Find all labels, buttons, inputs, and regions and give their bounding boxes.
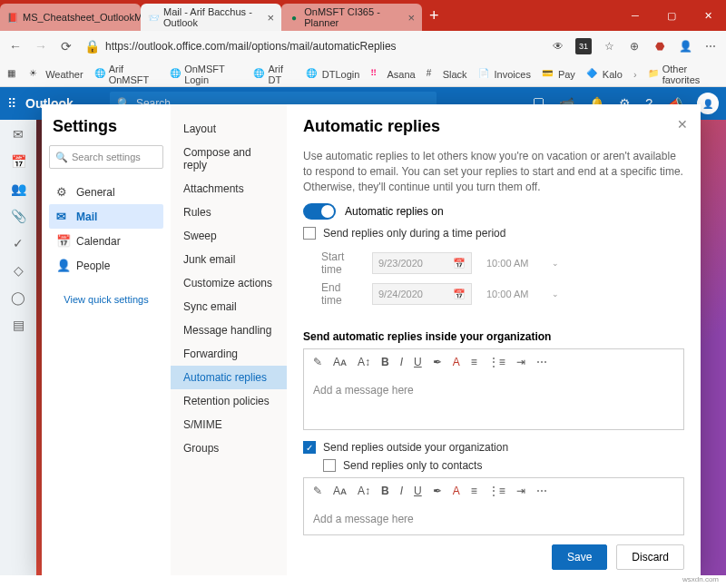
back-icon[interactable]: ← [7,39,24,54]
browser-tab[interactable]: ● OnMSFT CI365 - Planner × [281,4,422,31]
underline-button[interactable]: U [414,485,422,497]
close-icon[interactable]: × [407,11,415,24]
maximize-button[interactable]: ▢ [653,10,690,22]
sub-sync[interactable]: Sync email [171,295,287,318]
bookmark-item[interactable]: ⠿Asana [370,68,415,81]
app-icon[interactable]: ◯ [11,290,25,305]
sub-attachments[interactable]: Attachments [171,177,287,201]
sub-groups[interactable]: Groups [171,436,287,460]
app-icon[interactable]: ◇ [14,263,24,278]
menu-icon[interactable]: ⋯ [702,38,719,54]
bullet-list-icon[interactable]: ≡ [471,356,477,368]
save-button[interactable]: Save [552,544,607,570]
mail-icon[interactable]: ✉ [13,127,24,142]
nav-general[interactable]: ⚙General [49,180,163,204]
nav-mail[interactable]: ✉Mail [49,204,163,229]
sub-rules[interactable]: Rules [171,201,287,224]
extension-icon[interactable]: ⬣ [652,38,668,54]
bookmark-item[interactable]: 🌐Arif OnMSFT [94,64,159,85]
close-icon[interactable]: × [267,11,274,24]
discard-button[interactable]: Discard [616,544,684,570]
forward-icon[interactable]: → [33,39,49,54]
collections-icon[interactable]: ⊕ [626,38,643,54]
font-color-icon[interactable]: A [453,356,460,368]
bookmark-item[interactable]: 📄Invoices [478,68,531,81]
end-time-input[interactable]: 10:00 AM⌄ [486,289,559,299]
bookmark-item[interactable]: 💳Pay [542,68,575,81]
more-icon[interactable]: ⋯ [536,356,547,368]
font-icon[interactable]: ✎ [313,485,322,497]
start-time-input[interactable]: 10:00 AM⌄ [486,258,559,269]
underline-button[interactable]: U [414,356,422,368]
bold-button[interactable]: B [381,485,389,497]
bookmark-item[interactable]: 🔷Kalo [586,68,623,81]
app-launcher-icon[interactable]: ⠿ [7,96,16,111]
close-button[interactable]: ✕ [690,10,726,22]
bookmark-item[interactable]: ☀Weather [29,68,83,81]
bookmark-item[interactable]: 🌐OnMSFT Login [170,64,242,85]
quick-settings-link[interactable]: View quick settings [49,294,163,305]
inside-org-textarea[interactable]: Add a message here [304,375,683,429]
new-tab-button[interactable]: + [429,6,439,25]
italic-button[interactable]: I [400,356,403,368]
close-dialog-button[interactable]: ✕ [677,117,688,132]
sub-forwarding[interactable]: Forwarding [171,342,287,366]
browser-tab[interactable]: 📕 MS_Cheatsheet_OutlookMailOn… × [0,4,141,31]
end-date-input[interactable]: 9/24/2020📅 [372,283,472,305]
address-field[interactable]: 🔒 https://outlook.office.com/mail/option… [83,39,541,54]
font-size-icon[interactable]: Aᴀ [333,485,347,497]
italic-button[interactable]: I [400,485,403,497]
sub-sweep[interactable]: Sweep [171,224,287,248]
indent-icon[interactable]: ⇥ [516,356,525,368]
sub-compose[interactable]: Compose and reply [171,141,287,177]
bookmark-item[interactable]: 🌐DTLogin [306,68,360,81]
browser-tab-active[interactable]: 📨 Mail - Arif Bacchus - Outlook × [141,4,281,31]
time-period-checkbox[interactable] [303,227,316,240]
sub-junk[interactable]: Junk email [171,248,287,271]
apps-icon[interactable]: ▦ [7,68,18,81]
sub-automatic-replies[interactable]: Automatic replies [171,366,287,389]
outside-org-checkbox[interactable]: ✓ [303,441,316,454]
number-list-icon[interactable]: ⋮≡ [488,485,505,497]
font-increase-icon[interactable]: A↕ [358,485,370,497]
app-icon[interactable]: ▤ [13,318,25,332]
other-favorites[interactable]: 📁Other favorites [648,64,719,85]
nav-calendar[interactable]: 📅Calendar [49,229,163,253]
calendar-icon[interactable]: 📅 [11,154,26,169]
auto-replies-toggle[interactable] [303,203,336,220]
font-size-icon[interactable]: Aᴀ [333,356,347,368]
avatar-icon[interactable]: 👤 [677,38,693,54]
people-icon[interactable]: 👥 [11,181,26,196]
bookmark-item[interactable]: 🌐Arif DT [253,64,294,85]
highlight-icon[interactable]: ✒ [433,485,442,497]
outside-org-textarea[interactable]: Add a message here [304,504,683,534]
indent-icon[interactable]: ⇥ [516,485,525,497]
editor-toolbar: ✎ Aᴀ A↕ B I U ✒ A ≡ ⋮≡ ⇥ ⋯ [304,349,683,375]
calendar-ext-icon[interactable]: 31 [575,38,592,54]
font-icon[interactable]: ✎ [313,356,322,368]
number-list-icon[interactable]: ⋮≡ [488,356,505,368]
bullet-list-icon[interactable]: ≡ [471,485,477,497]
files-icon[interactable]: 📎 [11,209,26,223]
start-date-input[interactable]: 9/23/2020📅 [372,252,472,274]
outside-org-editor: ✎ Aᴀ A↕ B I U ✒ A ≡ ⋮≡ ⇥ ⋯ Add a message… [303,477,684,535]
sub-customize[interactable]: Customize actions [171,271,287,295]
nav-people[interactable]: 👤People [49,253,163,278]
todo-icon[interactable]: ✓ [13,236,24,250]
font-color-icon[interactable]: A [453,485,460,497]
contacts-only-checkbox[interactable] [323,459,336,472]
minimize-button[interactable]: ─ [617,10,653,22]
search-settings-input[interactable]: 🔍 Search settings [49,145,163,169]
sub-layout[interactable]: Layout [171,117,287,141]
font-increase-icon[interactable]: A↕ [358,356,370,368]
sub-smime[interactable]: S/MIME [171,413,287,436]
favorite-icon[interactable]: ☆ [601,38,617,54]
highlight-icon[interactable]: ✒ [433,356,442,368]
refresh-icon[interactable]: ⟳ [58,39,74,54]
more-icon[interactable]: ⋯ [536,485,547,497]
sub-handling[interactable]: Message handling [171,318,287,342]
tracker-icon[interactable]: 👁 [550,38,566,54]
sub-retention[interactable]: Retention policies [171,389,287,413]
bookmark-item[interactable]: #Slack [427,68,467,81]
bold-button[interactable]: B [381,356,389,368]
